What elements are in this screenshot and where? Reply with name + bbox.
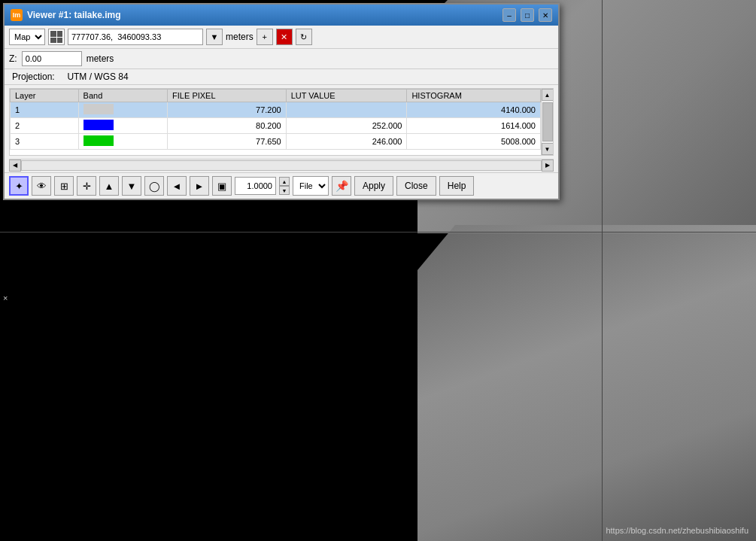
- zoom-spinner: ▲ ▼: [279, 177, 290, 195]
- add-icon-button[interactable]: +: [257, 29, 273, 45]
- pixel-table-container: Layer Band FILE PIXEL LUT VALUE HISTOGRA…: [9, 88, 554, 156]
- top-toolbar: Map ▼ meters + ✕ ↻: [5, 26, 558, 49]
- satellite-image-bottom: [417, 225, 756, 541]
- band-color-swatch: [83, 104, 114, 114]
- vertical-scrollbar[interactable]: ▲ ▼: [541, 89, 553, 155]
- pin-button[interactable]: 📌: [332, 176, 351, 196]
- coord-dropdown-icon[interactable]: ▼: [206, 29, 223, 45]
- close-button[interactable]: Close: [396, 176, 436, 196]
- coordinate-input[interactable]: [68, 29, 203, 45]
- x-marker: ×: [0, 292, 11, 304]
- left-arrow-button[interactable]: ◄: [167, 176, 187, 196]
- cell-lut-value: [286, 102, 407, 118]
- cell-file-pixel: 77.200: [168, 102, 287, 118]
- z-label: Z:: [9, 53, 17, 64]
- move-tool-button[interactable]: ✛: [77, 176, 96, 196]
- projection-label: Projection:: [12, 71, 55, 82]
- scroll-left-arrow[interactable]: ◀: [9, 160, 21, 172]
- grid-icon[interactable]: [48, 29, 65, 45]
- cell-file-pixel: 80.200: [168, 118, 287, 134]
- scroll-track-h[interactable]: [21, 160, 542, 171]
- col-header-histogram: HISTOGRAM: [407, 90, 541, 102]
- zoom-down-spin[interactable]: ▼: [279, 186, 290, 195]
- view-tool-button[interactable]: 👁: [32, 176, 51, 196]
- right-arrow-button[interactable]: ►: [190, 176, 209, 196]
- app-icon: Im: [11, 9, 23, 21]
- cell-band: [78, 118, 167, 134]
- crosshair-horizontal: [0, 232, 756, 233]
- zoom-input[interactable]: [235, 177, 276, 195]
- scroll-down-arrow[interactable]: ▼: [542, 143, 554, 155]
- band-color-swatch: [83, 135, 114, 146]
- cell-histogram: 1614.000: [407, 118, 541, 134]
- cell-lut-value: 246.000: [286, 134, 407, 150]
- minimize-button[interactable]: –: [502, 8, 516, 22]
- apply-button[interactable]: Apply: [354, 176, 393, 196]
- units-label: meters: [226, 32, 254, 42]
- band-color-swatch: [83, 120, 114, 130]
- cell-histogram: 4140.000: [407, 102, 541, 118]
- cell-lut-value: 252.000: [286, 118, 407, 134]
- pointer-tool-button[interactable]: ✦: [9, 176, 29, 196]
- add-tool-button[interactable]: ⊞: [54, 176, 74, 196]
- box-tool-button[interactable]: ▣: [212, 176, 232, 196]
- cell-band: [78, 134, 167, 150]
- zoom-in-button[interactable]: ▲: [99, 176, 119, 196]
- cell-layer: 3: [11, 134, 79, 150]
- pixel-data-table: Layer Band FILE PIXEL LUT VALUE HISTOGRA…: [10, 89, 541, 150]
- col-header-file-pixel: FILE PIXEL: [168, 90, 287, 102]
- cell-layer: 1: [11, 102, 79, 118]
- z-units-label: meters: [87, 53, 114, 64]
- z-input[interactable]: [22, 51, 82, 66]
- table-row[interactable]: 377.650246.0005008.000: [11, 134, 541, 150]
- map-dropdown[interactable]: Map: [9, 29, 45, 45]
- help-button[interactable]: Help: [439, 176, 475, 196]
- z-row: Z: meters: [5, 49, 558, 69]
- file-dropdown[interactable]: File: [293, 176, 329, 196]
- scroll-right-arrow[interactable]: ▶: [542, 160, 554, 172]
- scroll-thumb[interactable]: [542, 102, 553, 141]
- cell-band: [78, 102, 167, 118]
- table-row[interactable]: 280.200252.0001614.000: [11, 118, 541, 134]
- col-header-band: Band: [78, 90, 167, 102]
- zoom-out-button[interactable]: ▼: [122, 176, 141, 196]
- zoom-up-spin[interactable]: ▲: [279, 177, 290, 186]
- window-title: Viewer #1: tailake.img: [27, 10, 498, 20]
- table-row[interactable]: 177.2004140.000: [11, 102, 541, 118]
- bottom-toolbar: ✦ 👁 ⊞ ✛ ▲ ▼ ◯ ◄ ► ▣ ▲ ▼ File 📌 Apply: [5, 172, 558, 199]
- horizontal-scrollbar[interactable]: ◀ ▶: [9, 159, 554, 171]
- maximize-button[interactable]: □: [521, 8, 534, 22]
- col-header-lut-value: LUT VALUE: [286, 90, 407, 102]
- close-window-button[interactable]: ✕: [539, 8, 552, 22]
- delete-icon-button[interactable]: ✕: [276, 29, 293, 45]
- refresh-icon-button[interactable]: ↻: [296, 29, 312, 45]
- projection-value: UTM / WGS 84: [67, 71, 128, 82]
- scroll-up-arrow[interactable]: ▲: [542, 89, 554, 101]
- circle-tool-button[interactable]: ◯: [144, 176, 164, 196]
- title-bar: Im Viewer #1: tailake.img – □ ✕: [5, 5, 558, 26]
- cell-histogram: 5008.000: [407, 134, 541, 150]
- crosshair-vertical: [602, 0, 603, 541]
- viewer-window: Im Viewer #1: tailake.img – □ ✕ Map ▼ me…: [3, 3, 560, 200]
- cell-layer: 2: [11, 118, 79, 134]
- cell-file-pixel: 77.650: [168, 134, 287, 150]
- projection-row: Projection: UTM / WGS 84: [5, 69, 558, 85]
- col-header-layer: Layer: [11, 90, 79, 102]
- url-text: https://blog.csdn.net/zhebushibiaoshifu: [606, 526, 748, 535]
